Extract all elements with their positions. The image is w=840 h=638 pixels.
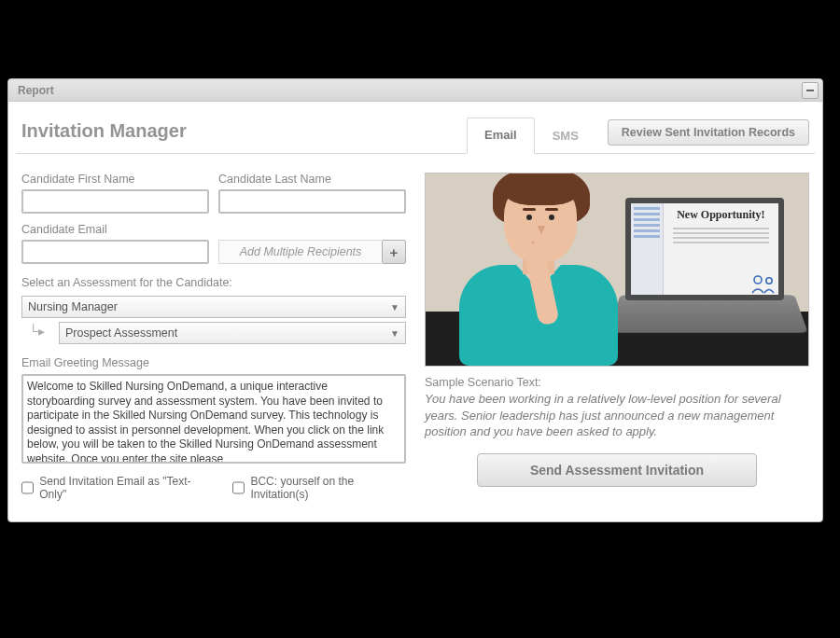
chevron-down-icon: ▼ [390,302,399,312]
assessment-primary-select[interactable]: Nursing Manager ▼ [21,296,406,318]
window-titlebar: Report [8,79,822,102]
screen-headline: New Opportunity! [677,209,764,222]
panel-content: Candidate First Name Candidate Last Name… [16,154,815,514]
text-only-option[interactable]: Send Invitation Email as "Text-Only" [21,475,208,501]
person-illustration [439,179,635,366]
left-column: Candidate First Name Candidate Last Name… [21,173,406,501]
tab-email[interactable]: Email [467,118,535,154]
assessment-secondary-value: Prospect Assessment [65,326,177,340]
tab-sms[interactable]: SMS [535,118,596,154]
scenario-label: Sample Scenario Text: [425,376,809,389]
invitation-manager-panel: Invitation Manager Email SMS Review Sent… [8,102,822,521]
plus-icon: + [390,244,399,260]
report-window: Report Invitation Manager Email SMS Revi… [7,78,823,522]
people-icon [750,274,777,295]
review-sent-button[interactable]: Review Sent Invitation Records [608,119,809,146]
assessment-label: Select an Assessment for the Candidate: [21,276,232,289]
chevron-down-icon: ▼ [390,328,399,339]
add-multiple-label: Add Multiple Recipients [218,240,382,264]
add-multiple-button[interactable]: + [382,240,406,264]
last-name-input[interactable] [218,189,406,214]
window-title: Report [18,84,54,97]
first-name-input[interactable] [21,189,209,214]
text-only-checkbox[interactable] [21,481,34,494]
email-label: Candidate Email [21,223,209,236]
text-only-label: Send Invitation Email as "Text-Only" [39,475,208,501]
bcc-label: BCC: yourself on the Invitation(s) [250,475,406,501]
panel-header: Invitation Manager Email SMS Review Sent… [16,109,815,154]
scenario-illustration: New Opportunity! [425,173,809,367]
minus-icon [805,86,815,95]
email-input[interactable] [21,240,209,264]
greeting-label: Email Greeting Message [21,356,149,369]
minimize-button[interactable] [802,82,819,99]
assessment-primary-value: Nursing Manager [28,300,118,313]
last-name-label: Candidate Last Name [218,173,406,186]
panel-header-right: Email SMS Review Sent Invitation Records [467,117,809,153]
right-column: New Opportunity! [425,173,809,501]
svg-point-2 [766,278,772,284]
delivery-tabs: Email SMS [467,117,596,153]
svg-rect-0 [806,90,814,91]
svg-point-1 [754,276,762,284]
indent-arrow-icon: └▸ [29,324,45,339]
first-name-label: Candidate First Name [21,173,209,186]
bcc-checkbox[interactable] [232,481,245,494]
assessment-secondary-select[interactable]: Prospect Assessment ▼ [59,322,406,344]
panel-title: Invitation Manager [21,120,187,153]
bcc-option[interactable]: BCC: yourself on the Invitation(s) [232,475,406,501]
scenario-text: You have been working in a relatively lo… [425,391,809,440]
send-invitation-button[interactable]: Send Assessment Invitation [477,453,757,487]
greeting-textarea[interactable] [21,374,406,464]
